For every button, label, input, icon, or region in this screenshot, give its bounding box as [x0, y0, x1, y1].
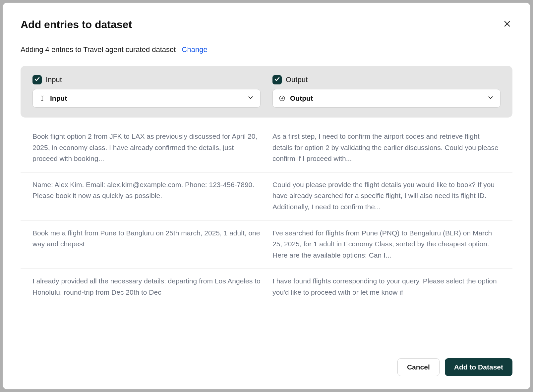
input-checkbox[interactable]	[32, 75, 42, 84]
entry-output-cell: Could you please provide the flight deta…	[272, 179, 501, 213]
entry-row: Book me a flight from Pune to Bangluru o…	[21, 221, 512, 269]
subtitle-text: Adding 4 entries to Travel agent curated…	[21, 45, 176, 54]
input-select[interactable]: Input	[32, 89, 261, 108]
entry-output-cell: As a first step, I need to confirm the a…	[272, 131, 501, 164]
output-checkbox[interactable]	[272, 75, 282, 84]
entry-input-cell: Book me a flight from Pune to Bangluru o…	[32, 227, 261, 261]
entry-input-cell: Book flight option 2 from JFK to LAX as …	[32, 131, 261, 164]
output-checkbox-label: Output	[286, 75, 308, 84]
cancel-button[interactable]: Cancel	[397, 358, 440, 376]
input-select-label: Input	[50, 94, 67, 102]
modal-header: Add entries to dataset	[21, 19, 512, 31]
entry-input-cell: I already provided all the necessary det…	[32, 275, 261, 298]
check-icon	[274, 76, 280, 83]
output-column-config: Output Output	[272, 75, 501, 108]
input-checkbox-label: Input	[46, 75, 62, 84]
circle-arrow-right-icon	[279, 95, 285, 102]
entry-output-cell: I've searched for flights from Pune (PNQ…	[272, 227, 501, 261]
chevron-down-icon	[247, 94, 254, 103]
entry-row: Name: Alex Kim. Email: alex.kim@example.…	[21, 172, 512, 221]
input-column-config: Input Input	[32, 75, 261, 108]
text-cursor-icon	[39, 95, 45, 102]
entries-scroll-area: Book flight option 2 from JFK to LAX as …	[21, 118, 512, 376]
columns-config: Input Input	[21, 66, 512, 118]
modal-footer: Cancel Add to Dataset	[397, 358, 512, 376]
entry-row: Book flight option 2 from JFK to LAX as …	[21, 124, 512, 172]
add-to-dataset-button[interactable]: Add to Dataset	[445, 358, 512, 376]
close-button[interactable]	[502, 19, 512, 30]
modal-title: Add entries to dataset	[21, 19, 132, 31]
change-link[interactable]: Change	[182, 45, 207, 54]
close-icon	[503, 24, 511, 29]
modal-subtitle: Adding 4 entries to Travel agent curated…	[21, 45, 512, 54]
entry-input-cell: Name: Alex Kim. Email: alex.kim@example.…	[32, 179, 261, 213]
output-select[interactable]: Output	[272, 89, 501, 108]
input-checkbox-row: Input	[32, 75, 261, 84]
check-icon	[34, 76, 40, 83]
entry-row: I already provided all the necessary det…	[21, 269, 512, 306]
entries-list: Book flight option 2 from JFK to LAX as …	[21, 118, 512, 306]
output-select-label: Output	[290, 94, 313, 102]
chevron-down-icon	[487, 94, 494, 103]
output-checkbox-row: Output	[272, 75, 501, 84]
add-entries-modal: Add entries to dataset Adding 4 entries …	[3, 3, 530, 389]
entry-output-cell: I have found flights corresponding to yo…	[272, 275, 501, 298]
